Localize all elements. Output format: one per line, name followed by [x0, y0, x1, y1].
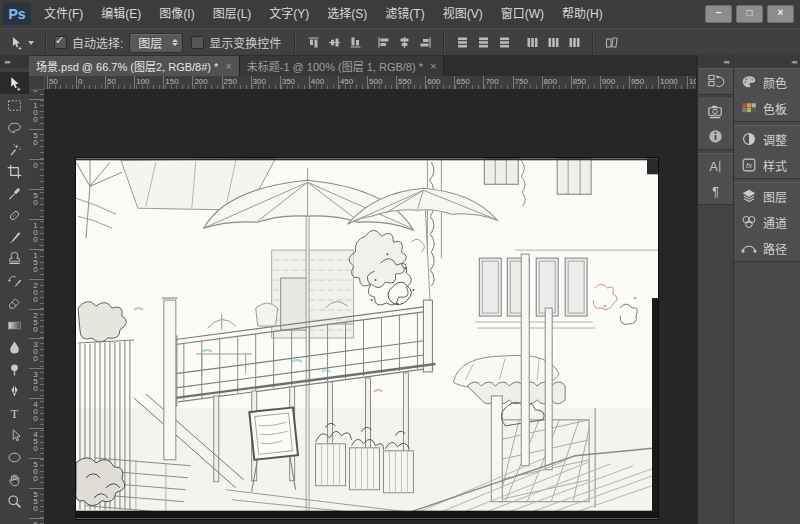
distribute-vertical-centers-button[interactable]	[474, 33, 493, 52]
menu-item-9[interactable]: 帮助(H)	[553, 0, 612, 28]
magic-wand-tool[interactable]	[0, 138, 29, 160]
ruler-label: 950	[631, 77, 644, 86]
active-tool-preset[interactable]	[8, 35, 34, 51]
ruler-label: 400	[31, 400, 40, 421]
ruler-label: 100	[31, 101, 40, 122]
menu-item-6[interactable]: 滤镜(T)	[376, 0, 433, 28]
auto-select-target-dropdown[interactable]: 图层	[129, 33, 183, 53]
dock-collapse-button[interactable]: ◂◂	[734, 55, 800, 68]
ruler-label: 700	[485, 77, 498, 86]
distribute-bottom-edges-button[interactable]	[495, 33, 514, 52]
dock-icon-column: ◂◂	[697, 55, 733, 524]
info-panel-icon[interactable]	[698, 124, 733, 149]
zoom-tool[interactable]	[0, 490, 29, 512]
ruler-label: 300	[253, 77, 266, 86]
hand-tool[interactable]	[0, 468, 29, 490]
clone-stamp-tool[interactable]	[0, 248, 29, 270]
ruler-label: 350	[282, 77, 295, 86]
history-panel-icon[interactable]	[698, 69, 733, 94]
document-tab-0[interactable]: 场景.psd @ 66.7% (图层2, RGB/8#) *×	[29, 56, 240, 76]
close-icon[interactable]: ×	[225, 61, 231, 72]
crop-tool[interactable]	[0, 160, 29, 182]
camera-panel-icon[interactable]	[698, 99, 733, 124]
paragraph-panel-icon[interactable]	[698, 179, 733, 204]
show-transform-checkbox[interactable]	[191, 36, 204, 49]
healing-brush-tool[interactable]	[0, 204, 29, 226]
separator	[592, 33, 594, 53]
panel-label: 样式	[763, 157, 787, 174]
type-tool[interactable]	[0, 402, 29, 424]
menu-bar: Ps 文件(F)编辑(E)图像(I)图层(L)文字(Y)选择(S)滤镜(T)视图…	[0, 0, 800, 29]
panel-tab-style[interactable]: 样式	[734, 152, 800, 178]
menu-item-3[interactable]: 图层(L)	[204, 0, 261, 28]
eraser-tool[interactable]	[0, 292, 29, 314]
auto-align-layers-button[interactable]	[602, 33, 621, 52]
panel-tab-paths[interactable]: 路径	[734, 235, 800, 261]
menu-item-2[interactable]: 图像(I)	[150, 0, 203, 28]
ruler-label: 0	[31, 161, 40, 168]
distribute-horizontal-centers-button[interactable]	[544, 33, 563, 52]
align-bottom-edges-button[interactable]	[346, 33, 365, 52]
menu-item-0[interactable]: 文件(F)	[35, 0, 92, 28]
minimize-button[interactable]: –	[705, 5, 732, 23]
tools-panel: ▸▸	[0, 55, 30, 524]
horizontal-ruler[interactable]: 5005010015020025030035040045050055060065…	[29, 76, 696, 90]
maximize-button[interactable]: □	[736, 5, 763, 23]
distribute-right-edges-button[interactable]	[565, 33, 584, 52]
move-tool[interactable]	[0, 72, 29, 94]
gradient-tool[interactable]	[0, 314, 29, 336]
align-top-edges-button[interactable]	[304, 33, 323, 52]
ruler-corner	[29, 76, 45, 90]
menu-item-4[interactable]: 文字(Y)	[260, 0, 318, 28]
blur-tool[interactable]	[0, 336, 29, 358]
ruler-label: 750	[515, 77, 528, 86]
ellipse-tool[interactable]	[0, 446, 29, 468]
menu-item-7[interactable]: 视图(V)	[434, 0, 492, 28]
vertical-ruler[interactable]: 1501005005010015020025030035040045050055…	[29, 89, 45, 524]
auto-select-checkbox[interactable]	[54, 36, 67, 49]
canvas-image[interactable]	[76, 158, 658, 519]
align-vertical-centers-button[interactable]	[325, 33, 344, 52]
ruler-label: 200	[31, 281, 40, 302]
document-tab-1[interactable]: 未标题-1 @ 100% (图层 1, RGB/8) *×	[240, 56, 445, 76]
brush-tool[interactable]	[0, 226, 29, 248]
pen-tool[interactable]	[0, 380, 29, 402]
dropdown-arrows-icon	[172, 39, 178, 46]
photoshop-window: T fx A ¶ Ps 文件(F)编辑(E)图像(I)图层(L)文字(Y)选择(	[0, 0, 800, 524]
panel-tab-color[interactable]: 颜色	[734, 69, 800, 95]
document-tab-bar: 场景.psd @ 66.7% (图层2, RGB/8#) *×未标题-1 @ 1…	[29, 55, 696, 76]
panel-tab-swatch[interactable]: 色板	[734, 95, 800, 121]
align-right-edges-button[interactable]	[416, 33, 435, 52]
lasso-tool[interactable]	[0, 116, 29, 138]
rectangular-marquee-tool[interactable]	[0, 94, 29, 116]
menu-item-1[interactable]: 编辑(E)	[92, 0, 150, 28]
dock-collapse-button[interactable]: ◂◂	[698, 55, 733, 68]
align-buttons	[303, 33, 622, 53]
ruler-label: 550	[31, 490, 40, 511]
menu-item-5[interactable]: 选择(S)	[318, 0, 376, 28]
ruler-label: 150	[165, 77, 178, 86]
dodge-tool[interactable]	[0, 358, 29, 380]
distribute-left-edges-button[interactable]	[523, 33, 542, 52]
tab-title: 未标题-1 @ 100% (图层 1, RGB/8) *	[247, 58, 423, 74]
panel-tab-adjust[interactable]: 调整	[734, 126, 800, 152]
ruler-label: 550	[398, 77, 411, 86]
close-icon[interactable]: ×	[430, 61, 436, 72]
eyedropper-tool[interactable]	[0, 182, 29, 204]
ruler-label: 50	[31, 191, 40, 205]
align-horizontal-centers-button[interactable]	[395, 33, 414, 52]
move-tool-icon	[8, 35, 24, 51]
panel-label: 图层	[763, 188, 787, 205]
close-button[interactable]: ×	[767, 5, 794, 23]
character-panel-icon[interactable]	[698, 154, 733, 179]
align-left-edges-button[interactable]	[374, 33, 393, 52]
panel-tab-channels[interactable]: 通道	[734, 209, 800, 235]
tools-collapse-button[interactable]: ▸▸	[0, 55, 29, 68]
menu-item-8[interactable]: 窗口(W)	[492, 0, 553, 28]
panel-tab-layers[interactable]: 图层	[734, 183, 800, 209]
direct-selection-tool[interactable]	[0, 424, 29, 446]
distribute-top-edges-button[interactable]	[453, 33, 472, 52]
chevron-down-icon	[28, 41, 34, 45]
history-brush-tool[interactable]	[0, 270, 29, 292]
panel-label: 色板	[763, 100, 787, 117]
